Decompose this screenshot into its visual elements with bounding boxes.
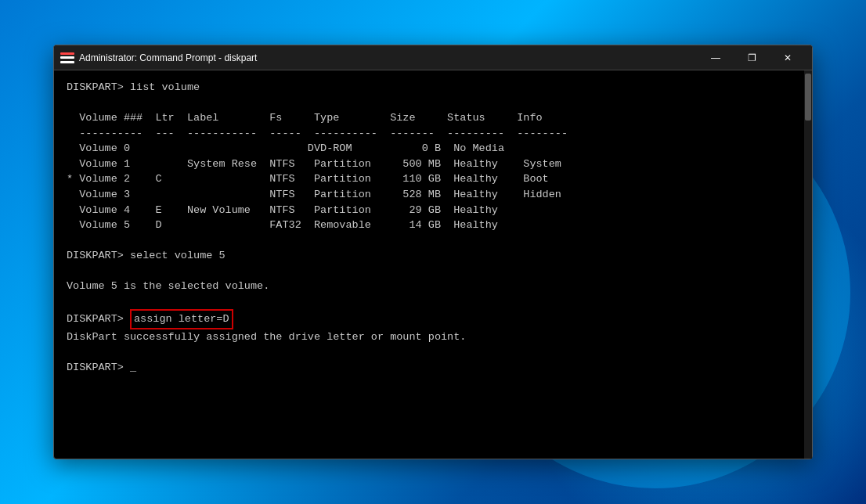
- window-controls: — ❐ ✕: [698, 45, 806, 70]
- terminal-body[interactable]: DISKPART> list volume Volume ### Ltr Lab…: [54, 70, 812, 459]
- cmd-icon: [60, 52, 74, 63]
- close-button[interactable]: ✕: [770, 45, 806, 70]
- title-bar: Administrator: Command Prompt - diskpart…: [54, 45, 812, 70]
- scrollbar[interactable]: [804, 70, 812, 459]
- cmd-window: Administrator: Command Prompt - diskpart…: [53, 45, 813, 459]
- window-title: Administrator: Command Prompt - diskpart: [79, 52, 698, 63]
- scrollbar-thumb[interactable]: [805, 74, 811, 121]
- diskpart-assign-line: DISKPART> assign letter=D: [67, 313, 233, 325]
- terminal-content: DISKPART> list volume Volume ### Ltr Lab…: [67, 80, 799, 376]
- highlighted-command: assign letter=D: [130, 309, 233, 329]
- minimize-button[interactable]: —: [698, 45, 734, 70]
- restore-button[interactable]: ❐: [734, 45, 770, 70]
